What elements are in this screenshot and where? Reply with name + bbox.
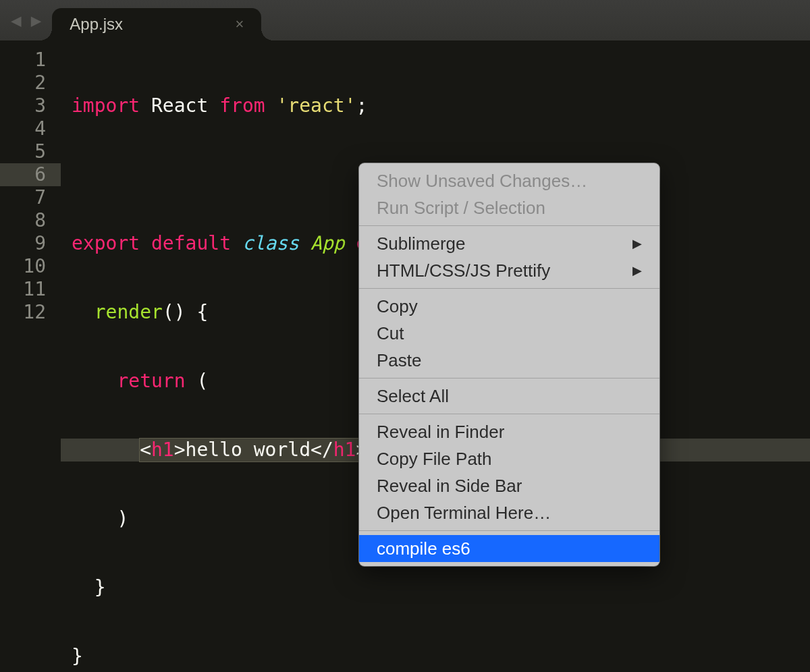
menu-separator <box>359 530 659 531</box>
submenu-arrow-icon: ▶ <box>632 263 642 278</box>
close-tab-icon[interactable]: × <box>235 16 244 33</box>
menu-separator <box>359 288 659 289</box>
line-number: 4 <box>0 117 61 140</box>
line-number: 10 <box>0 255 61 278</box>
submenu-arrow-icon: ▶ <box>632 236 642 251</box>
line-gutter: 1 2 3 4 5 6 7 8 9 10 11 12 <box>0 40 61 672</box>
menu-reveal-finder[interactable]: Reveal in Finder <box>359 418 659 445</box>
code-line: import React from 'react'; <box>61 94 810 117</box>
menu-show-unsaved: Show Unsaved Changes… <box>359 167 659 194</box>
menu-open-terminal[interactable]: Open Terminal Here… <box>359 499 659 526</box>
menu-reveal-sidebar[interactable]: Reveal in Side Bar <box>359 472 659 499</box>
line-number: 11 <box>0 278 61 301</box>
line-number: 12 <box>0 301 61 324</box>
menu-select-all[interactable]: Select All <box>359 383 659 410</box>
line-number-active: 6 <box>0 163 61 186</box>
code-line: } <box>61 645 810 668</box>
file-tab[interactable]: App.jsx × <box>52 8 261 40</box>
tab-bar: ◀ ▶ App.jsx × <box>0 0 810 40</box>
line-number: 1 <box>0 49 61 72</box>
menu-sublimerge[interactable]: Sublimerge▶ <box>359 230 659 257</box>
menu-separator <box>359 378 659 379</box>
menu-separator <box>359 414 659 414</box>
menu-prettify[interactable]: HTML/CSS/JS Prettify▶ <box>359 257 659 284</box>
menu-paste[interactable]: Paste <box>359 347 659 374</box>
menu-separator <box>359 225 659 226</box>
tab-filename: App.jsx <box>70 15 123 34</box>
context-menu: Show Unsaved Changes… Run Script / Selec… <box>359 163 659 566</box>
menu-copy[interactable]: Copy <box>359 293 659 320</box>
line-number: 5 <box>0 140 61 163</box>
menu-copy-file-path[interactable]: Copy File Path <box>359 445 659 472</box>
line-number: 7 <box>0 186 61 209</box>
nav-back-icon[interactable]: ◀ <box>11 11 22 29</box>
line-number: 3 <box>0 94 61 117</box>
menu-cut[interactable]: Cut <box>359 320 659 347</box>
line-number: 9 <box>0 232 61 255</box>
menu-compile-es6[interactable]: compile es6 <box>359 535 659 562</box>
nav-arrows: ◀ ▶ <box>0 11 52 29</box>
line-number: 8 <box>0 209 61 232</box>
line-number: 2 <box>0 72 61 94</box>
nav-forward-icon[interactable]: ▶ <box>31 11 42 29</box>
menu-run-script: Run Script / Selection <box>359 194 659 221</box>
code-line: } <box>61 576 810 599</box>
